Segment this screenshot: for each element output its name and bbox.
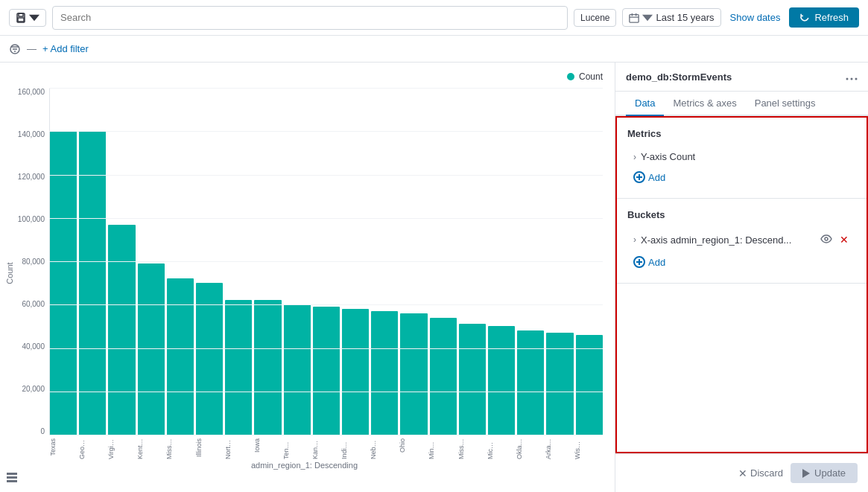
buckets-add-label: Add	[648, 257, 665, 268]
svg-rect-1	[19, 13, 23, 16]
panel-tab-metrics-&-axes[interactable]: Metrics & axes	[664, 92, 745, 116]
metrics-add-button[interactable]: Add	[627, 167, 671, 188]
x-label: Minnesota	[428, 438, 457, 459]
y-tick: 120,000	[18, 173, 45, 181]
svg-rect-3	[630, 14, 639, 22]
x-label: Ohio	[399, 438, 428, 453]
y-tick: 140,000	[18, 130, 45, 138]
x-label: Kentucky	[136, 438, 165, 459]
panel-title: demo_db:StormEvents	[626, 71, 732, 83]
svg-point-12	[825, 237, 828, 240]
metric-label: Y-axis Count	[641, 151, 850, 162]
bar[interactable]	[196, 283, 223, 435]
y-tick: 60,000	[22, 300, 45, 308]
discard-button[interactable]: ✕ Discard	[738, 467, 783, 479]
bar[interactable]	[225, 300, 252, 435]
x-label: Tennessee	[282, 438, 311, 459]
play-icon	[802, 469, 810, 478]
bar[interactable]	[50, 131, 77, 435]
toolbar: Lucene Last 15 years Show dates Refresh	[0, 0, 868, 36]
bottom-toolbar	[6, 472, 18, 486]
legend-dot	[567, 73, 574, 80]
x-label: Illinois	[195, 438, 224, 457]
bar[interactable]	[546, 333, 573, 435]
x-label: Michigan	[487, 438, 516, 459]
svg-rect-2	[18, 18, 24, 22]
x-label: Texas	[49, 438, 78, 456]
panel-tabs: DataMetrics & axesPanel settings	[615, 92, 868, 116]
bar[interactable]	[430, 318, 457, 435]
refresh-button[interactable]: Refresh	[789, 7, 859, 28]
metrics-section: Metrics › Y-axis Count Add	[617, 118, 867, 199]
panel-header: demo_db:StormEvents	[615, 63, 868, 92]
metric-row[interactable]: › Y-axis Count	[627, 147, 856, 167]
panel-menu-button[interactable]	[846, 70, 858, 83]
show-dates-button[interactable]: Show dates	[727, 9, 784, 26]
bar[interactable]	[284, 304, 311, 435]
toolbar-left	[9, 9, 46, 27]
buckets-add-button[interactable]: Add	[627, 252, 671, 272]
x-label: North Carolina	[224, 438, 253, 459]
filter-bar: — + Add filter	[0, 36, 868, 63]
save-button[interactable]	[9, 9, 46, 27]
eye-icon	[820, 234, 832, 243]
bar[interactable]	[254, 300, 281, 435]
bar[interactable]	[167, 278, 194, 435]
bar[interactable]	[79, 131, 106, 435]
bucket-row-actions: ✕	[819, 232, 850, 247]
bucket-close-button[interactable]: ✕	[838, 232, 850, 247]
bar[interactable]	[488, 326, 515, 435]
bar[interactable]	[517, 330, 544, 435]
filter-icon-button[interactable]	[9, 43, 21, 55]
bar[interactable]	[576, 335, 603, 435]
panel-body: Metrics › Y-axis Count Add Buckets › X-a	[615, 116, 868, 453]
metrics-add-icon	[633, 171, 645, 183]
main-content: Count Count 160,000140,000120,000100,000…	[0, 63, 868, 492]
search-input[interactable]	[52, 6, 568, 30]
ellipsis-icon	[846, 77, 858, 80]
bar[interactable]	[342, 309, 369, 435]
bar[interactable]	[400, 313, 427, 435]
x-labels: TexasGeorgiaVirginiaKentuckyMissouriIlli…	[49, 435, 603, 458]
lucene-button[interactable]: Lucene	[574, 9, 616, 27]
bar[interactable]	[313, 307, 340, 435]
x-label: Indiana	[340, 438, 370, 459]
bar[interactable]	[371, 311, 398, 435]
x-label: Virginia	[107, 438, 136, 459]
filter-icon	[9, 43, 21, 55]
bars-area	[49, 88, 603, 435]
bar[interactable]	[138, 263, 165, 435]
save-icon	[16, 13, 26, 23]
x-label: Missouri	[165, 438, 194, 459]
y-tick: 40,000	[22, 342, 45, 351]
bucket-eye-button[interactable]	[819, 232, 834, 247]
x-label: Mississippi	[457, 438, 487, 459]
x-label: Arkansas	[545, 438, 574, 459]
discard-label: Discard	[750, 467, 783, 479]
update-button[interactable]: Update	[791, 463, 858, 483]
y-ticks: 160,000140,000120,000100,00080,00060,000…	[6, 88, 49, 435]
time-picker[interactable]: Last 15 years	[622, 8, 720, 27]
table-icon	[6, 472, 18, 484]
svg-rect-7	[7, 480, 17, 482]
x-label: Oklahoma	[516, 438, 545, 459]
legend-label: Count	[579, 71, 603, 82]
panel-tab-panel-settings[interactable]: Panel settings	[746, 92, 825, 116]
bucket-chevron-icon: ›	[633, 234, 636, 245]
calendar-icon	[629, 13, 639, 23]
x-label: Kansas	[311, 438, 340, 459]
buckets-title: Buckets	[627, 209, 856, 220]
bucket-row[interactable]: › X-axis admin_region_1: Descend... ✕	[627, 228, 856, 252]
x-axis-title: admin_region_1: Descending	[6, 461, 603, 470]
table-icon-button[interactable]	[6, 472, 18, 486]
chart-legend: Count	[6, 71, 603, 82]
add-filter-button[interactable]: + Add filter	[42, 43, 89, 54]
bar[interactable]	[108, 225, 135, 435]
bar[interactable]	[459, 324, 486, 435]
svg-point-8	[846, 78, 849, 80]
chevron-down-icon	[29, 13, 39, 23]
panel-tab-data[interactable]: Data	[626, 92, 664, 116]
y-tick: 160,000	[18, 88, 45, 96]
time-range-label: Last 15 years	[656, 12, 714, 23]
update-label: Update	[814, 467, 846, 479]
